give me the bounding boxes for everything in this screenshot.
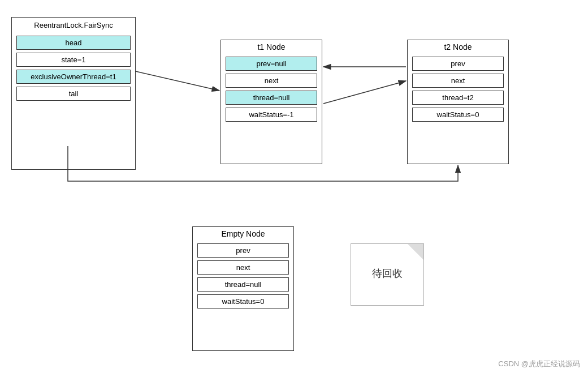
- field-row: waitStatus=0: [197, 294, 289, 309]
- field-row: head: [16, 36, 131, 50]
- field-row: next: [226, 74, 317, 88]
- field-row: next: [412, 74, 504, 88]
- field-row: prev=null: [226, 57, 317, 71]
- t2-node-title: t2 Node: [408, 40, 508, 54]
- doc-fold: [408, 244, 423, 260]
- t2-node-box: t2 Node prevnextthread=t2waitStatus=0: [407, 40, 509, 164]
- empty-node-box: Empty Node prevnextthread=nullwaitStatus…: [192, 226, 294, 351]
- t1-next-arrow: [323, 81, 406, 104]
- field-row: prev: [412, 57, 504, 71]
- field-row: state=1: [16, 53, 131, 67]
- reentrant-lock-box: ReentrantLock.FairSync headstate=1exclus…: [11, 17, 136, 170]
- field-row: thread=null: [226, 91, 317, 105]
- empty-node-title: Empty Node: [193, 227, 293, 241]
- field-row: waitStatus=0: [412, 108, 504, 122]
- watermark: CSDN @虎虎正经说源码: [498, 359, 580, 369]
- reentrant-title: ReentrantLock.FairSync: [12, 18, 135, 33]
- field-row: exclusiveOwnerThread=t1: [16, 70, 131, 84]
- field-row: prev: [197, 243, 289, 258]
- field-row: thread=t2: [412, 91, 504, 105]
- t1-node-title: t1 Node: [221, 40, 322, 54]
- field-row: tail: [16, 87, 131, 101]
- head-arrow: [136, 71, 219, 91]
- diagram: ReentrantLock.FairSync headstate=1exclus…: [0, 0, 588, 377]
- field-row: next: [197, 260, 289, 275]
- field-row: thread=null: [197, 277, 289, 292]
- t1-node-box: t1 Node prev=nullnextthread=nullwaitStat…: [220, 40, 322, 164]
- doc-box: 待回收: [351, 243, 424, 306]
- field-row: waitStatus=-1: [226, 108, 317, 122]
